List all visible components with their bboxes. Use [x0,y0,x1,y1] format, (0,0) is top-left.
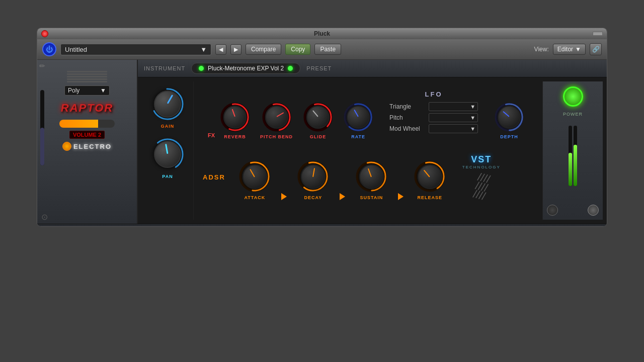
paste-button[interactable]: Paste [314,44,341,55]
poly-dropdown[interactable]: Poly ▼ [64,85,110,96]
title-bar: Pluck [37,28,607,39]
rate-knob-group: RATE [343,102,373,139]
gain-knob-group: GAIN [150,86,185,129]
electro-label: ELECTRO [62,142,112,151]
vst-tech-text: TECHNOLOGY [462,165,501,169]
attack-knob[interactable] [238,160,271,193]
window-title: Pluck [314,30,330,37]
pitch-bend-knob[interactable] [262,102,292,132]
lfo-triangle-dropdown[interactable]: ▼ [429,102,478,111]
decay-knob[interactable] [297,160,330,193]
preset-name: Untitled [65,46,87,53]
prev-button[interactable]: ◀ [215,44,226,55]
decay-label: DECAY [304,195,323,200]
preset-bar-label: PRESET [306,65,332,71]
sustain-knob-group: SUSTAIN [355,160,388,200]
release-knob-group: RELEASE [414,160,446,200]
preset-dropdown[interactable]: Untitled ▼ [60,44,211,55]
corner-knob[interactable] [588,205,599,216]
decay-knob-group: DECAY [297,160,330,200]
desktop: Pluck ⏻ Untitled ▼ ◀ ▶ Compare Copy Past… [0,0,644,362]
view-dropdown[interactable]: Editor ▼ [553,44,586,55]
lfo-pitch-row: Pitch ▼ [389,113,478,122]
meter-1 [569,126,572,186]
attack-arrow-icon[interactable] [281,193,287,200]
left-panel: ✏ Poly ▼ RAPTOR VOLUME 2 [37,60,138,224]
poly-dropdown-arrow: ▼ [100,87,106,94]
pan-knob[interactable] [150,137,185,172]
rate-label: RATE [351,134,365,139]
gain-pan-section: GAIN [142,81,194,220]
lfo-modwheel-row: Mod Wheel ▼ [389,124,478,133]
sustain-label: SUSTAIN [360,195,383,200]
plugin-header: ⏻ Untitled ▼ ◀ ▶ Compare Copy Paste View… [37,39,607,60]
level-meters [569,126,577,186]
view-option: Editor [557,46,573,53]
release-label: RELEASE [418,195,443,200]
reverb-knob[interactable] [220,102,250,132]
electro-power-icon [62,142,71,151]
vst-area: VST TECHNOLOGY //////////// [462,154,501,200]
vst-text: VST [471,154,492,165]
lfo-triangle-label: Triangle [389,103,425,110]
sustain-knob[interactable] [355,160,388,193]
dropdown-icon3: ▼ [470,126,475,132]
depth-knob[interactable] [494,102,524,132]
lfo-pitch-dropdown[interactable]: ▼ [429,113,478,122]
pencil-icon: ✏ [39,62,45,70]
rate-knob[interactable] [343,102,373,132]
link-button[interactable]: 🔗 [590,43,602,55]
pan-knob-group: PAN [150,137,185,179]
raptor-logo: RAPTOR [61,102,114,115]
dropdown-icon2: ▼ [470,115,475,121]
dropdown-arrow-icon: ▼ [200,46,207,53]
dropdown-arrow-icon: ▼ [575,46,581,53]
right-panel: POWER [542,81,603,220]
sustain-arrow-icon[interactable] [398,193,404,200]
pan-label: PAN [162,174,173,179]
pitch-bend-label: PITCH BEND [260,134,293,139]
reverb-knob-group: REVERB [220,102,250,139]
main-power-button[interactable] [563,86,583,107]
lfo-section: LFO Triangle ▼ Pitch [383,86,484,139]
lfo-modwheel-label: Mod Wheel [389,125,425,132]
pitch-bend-knob-group: PITCH BEND [260,102,293,139]
adsr-label: ADSR [203,173,225,181]
main-controls: FX [194,81,542,220]
fx-label: FX [208,132,215,138]
release-knob[interactable] [414,160,446,193]
view-label: View: [534,46,549,53]
vst-logo: VST TECHNOLOGY [462,154,501,169]
green-dot-right-icon [288,66,293,71]
gain-knob[interactable] [150,86,185,122]
volume-label: VOLUME 2 [69,131,105,139]
green-dot-icon [199,66,204,71]
power-button[interactable]: ⏻ [42,42,56,56]
instrument-label: INSTRUMENT [144,65,185,71]
gain-label: GAIN [161,124,175,129]
decay-arrow-icon[interactable] [340,193,345,200]
scroll-indicator: ⊙ [41,212,48,222]
lfo-pitch-label: Pitch [389,114,425,121]
bottom-row: ADSR [198,154,538,200]
plugin-footer: Raptor VST [37,224,607,227]
instrument-name-button[interactable]: Pluck-Metronome EXP Vol 2 [191,63,300,74]
plugin-main: INSTRUMENT Pluck-Metronome EXP Vol 2 PRE… [138,60,607,224]
lfo-modwheel-dropdown[interactable]: ▼ [429,124,478,133]
compare-button[interactable]: Compare [246,44,281,55]
close-button[interactable] [41,30,48,37]
lfo-title: LFO [389,90,478,98]
glide-knob[interactable] [303,102,333,132]
power-text-label: POWER [563,112,583,117]
corner-knob-left[interactable] [547,205,558,216]
attack-label: ATTACK [245,195,266,200]
minimize-button[interactable] [593,32,603,36]
electro-text: ELECTRO [73,143,112,150]
next-button[interactable]: ▶ [230,44,242,55]
scratch-marks-icon: //////////// [472,172,491,201]
depth-label: DEPTH [500,134,518,139]
glide-label: GLIDE [310,134,327,139]
copy-button[interactable]: Copy [285,44,310,55]
volume-slider[interactable] [59,120,115,128]
attack-knob-group: ATTACK [238,160,271,200]
